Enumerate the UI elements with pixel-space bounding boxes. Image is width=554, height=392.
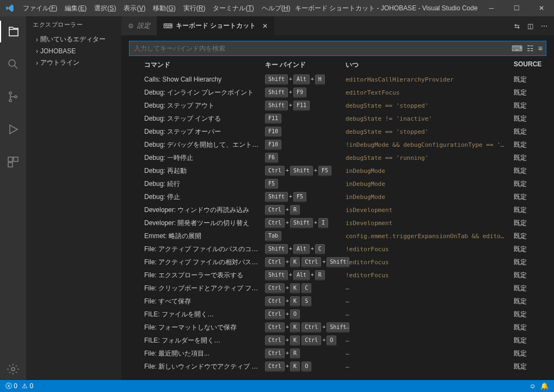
table-row[interactable]: File: すべて保存Ctrl+K S—既定 xyxy=(129,295,546,308)
key-cap: C xyxy=(301,283,311,294)
key-cap: I xyxy=(318,218,328,228)
menu-item[interactable]: 移動(G) xyxy=(150,4,178,13)
menu-item[interactable]: ヘルプ(H) xyxy=(258,4,294,13)
keybinding-cell: Ctrl+K Ctrl+Shift xyxy=(265,257,346,267)
sidebar-item[interactable]: アウトライン xyxy=(26,57,121,69)
keybinding-cell: Ctrl+R xyxy=(265,349,346,359)
sidebar-item[interactable]: 開いているエディター xyxy=(26,33,121,46)
close-button[interactable]: ✕ xyxy=(529,0,554,16)
source-cell: 既定 xyxy=(514,206,546,215)
when-cell: — xyxy=(346,285,514,292)
key-cap: Alt xyxy=(293,244,310,254)
keybinding-cell: Ctrl+O xyxy=(265,309,346,320)
close-tab-icon[interactable]: ✕ xyxy=(262,22,268,30)
keybinding-cell: F10 xyxy=(265,127,346,137)
source-cell: 既定 xyxy=(514,323,546,332)
keybinding-cell: Ctrl+K O xyxy=(265,362,346,372)
command-cell: File: アクティブ ファイルの相対パスをコピー xyxy=(144,258,265,267)
table-header: コマンド キー バインド いつ SOURCE xyxy=(129,56,546,73)
key-cap: S xyxy=(301,296,311,307)
sidebar-item[interactable]: JOHOBASE xyxy=(26,46,121,57)
source-cell: 既定 xyxy=(514,88,546,97)
settings-gear-icon[interactable] xyxy=(0,358,26,380)
key-cap: O xyxy=(290,309,300,320)
table-row[interactable]: Emmet: 略語の展開Tabconfig.emmet.triggerExpan… xyxy=(129,229,546,242)
menu-item[interactable]: 表示(V) xyxy=(120,4,149,13)
minimize-button[interactable]: ─ xyxy=(479,0,504,16)
source-control-icon[interactable] xyxy=(0,86,26,108)
key-cap: F6 xyxy=(265,153,278,163)
record-keys-icon[interactable]: ⌨ xyxy=(512,44,522,53)
explorer-icon[interactable] xyxy=(0,21,26,42)
command-cell: Debug: デバッグを開始して、エントリで... xyxy=(144,140,265,150)
split-editor-icon[interactable]: ◫ xyxy=(527,22,533,30)
table-row[interactable]: Calls: Show Call HierarchyShift+Alt+Hedi… xyxy=(129,73,546,86)
source-cell: 既定 xyxy=(514,362,546,371)
table-row[interactable]: File: アクティブ ファイルのパスのコピーShift+Alt+C!edito… xyxy=(129,242,546,256)
key-cap: Shift xyxy=(265,244,288,254)
menu-item[interactable]: 選択(S) xyxy=(91,4,119,13)
menu-item[interactable]: ターミナル(T) xyxy=(210,4,257,13)
menu-item[interactable]: ファイル(F) xyxy=(20,4,60,13)
table-row[interactable]: Debug: 再起動Ctrl+Shift+F5inDebugMode既定 xyxy=(129,164,546,177)
table-row[interactable]: Debug: ステップ オーバーF10debugState == 'stoppe… xyxy=(129,125,546,138)
table-row[interactable]: FILE: ファイルを開く…Ctrl+O—既定 xyxy=(129,308,546,321)
key-cap: F10 xyxy=(265,127,281,137)
table-row[interactable]: Developer: ウィンドウの再読み込みCtrl+RisDevelopmen… xyxy=(129,203,546,216)
errors-indicator[interactable]: ⓧ 0 xyxy=(5,382,17,391)
table-row[interactable]: File: アクティブ ファイルの相対パスをコピーCtrl+K Ctrl+Shi… xyxy=(129,256,546,269)
command-cell: Debug: 続行 xyxy=(144,179,265,189)
keybinding-cell: F5 xyxy=(265,179,346,189)
command-cell: Debug: ステップ アウト xyxy=(144,101,265,110)
menu-item[interactable]: 実行(R) xyxy=(180,4,209,13)
table-row[interactable]: Debug: ステップ インするF11debugState != 'inacti… xyxy=(129,112,546,125)
key-cap: Ctrl xyxy=(301,322,321,333)
source-cell: 既定 xyxy=(514,101,546,110)
extensions-icon[interactable] xyxy=(0,151,26,173)
key-cap: Shift xyxy=(265,270,288,281)
when-cell: debugState != 'inactive' xyxy=(346,115,514,122)
tab-settings[interactable]: ⚙ 設定 xyxy=(121,16,157,35)
table-row[interactable]: Debug: ステップ アウトShift+F11debugState == 's… xyxy=(129,99,546,112)
keybinding-cell: Ctrl+Shift+F5 xyxy=(265,166,346,176)
table-row[interactable]: File: エクスプローラーで表示するShift+Alt+R!editorFoc… xyxy=(129,269,546,282)
table-row[interactable]: File: 最近開いた項目...Ctrl+R—既定 xyxy=(129,347,546,360)
keybinding-cell: Ctrl+K Ctrl+O xyxy=(265,335,346,346)
activity-bar xyxy=(0,16,26,380)
source-cell: 既定 xyxy=(514,219,546,228)
toggle-list-icon[interactable]: ≡ xyxy=(538,44,543,53)
table-row[interactable]: Debug: 一時停止F6debugState == 'running'既定 xyxy=(129,151,546,164)
keybinding-cell: Shift+F11 xyxy=(265,101,346,111)
more-actions-icon[interactable]: ⋯ xyxy=(541,22,547,30)
table-row[interactable]: File: クリップボードとアクティブ ファイルを...Ctrl+K C—既定 xyxy=(129,282,546,295)
command-cell: Debug: 停止 xyxy=(144,192,265,202)
key-cap: F5 xyxy=(293,192,306,202)
table-row[interactable]: File: フォーマットしないで保存Ctrl+K Ctrl+Shift—既定 xyxy=(129,321,546,334)
keybinding-cell: Ctrl+K C xyxy=(265,283,346,294)
when-cell: isDevelopment xyxy=(346,207,514,214)
maximize-button[interactable]: ☐ xyxy=(504,0,529,16)
feedback-icon[interactable]: ☺ xyxy=(530,382,536,390)
command-cell: File: 最近開いた項目... xyxy=(144,349,265,358)
keybinding-search[interactable]: ⌨ ☷ ≡ xyxy=(129,41,546,56)
menu-item[interactable]: 編集(E) xyxy=(61,4,90,13)
run-debug-icon[interactable] xyxy=(0,119,26,140)
table-row[interactable]: Debug: 停止Shift+F5inDebugMode既定 xyxy=(129,190,546,203)
table-row[interactable]: Developer: 開発者ツールの切り替えCtrl+Shift+IisDeve… xyxy=(129,216,546,229)
command-cell: Debug: ステップ インする xyxy=(144,114,265,123)
tab-keyboard-shortcuts[interactable]: ⌨ キーボード ショートカット ✕ xyxy=(157,16,274,35)
open-json-icon[interactable]: ⇆ xyxy=(514,22,520,30)
search-icon[interactable] xyxy=(0,53,26,75)
warnings-indicator[interactable]: ⚠ 0 xyxy=(22,382,33,390)
bell-icon[interactable]: 🔔 xyxy=(540,382,549,390)
table-row[interactable]: Debug: 続行F5inDebugMode既定 xyxy=(129,177,546,190)
table-row[interactable]: Debug: デバッグを開始して、エントリで...F10!inDebugMode… xyxy=(129,138,546,151)
key-cap: H xyxy=(315,74,325,85)
table-row[interactable]: File: 新しいウィンドウでアクティブ ファイル...Ctrl+K O—既定 xyxy=(129,360,546,373)
table-row[interactable]: FILE: フォルダーを開く…Ctrl+K Ctrl+O—既定 xyxy=(129,334,546,347)
sort-precedence-icon[interactable]: ☷ xyxy=(527,44,534,53)
key-cap: F11 xyxy=(293,101,310,111)
search-input[interactable] xyxy=(134,45,512,52)
table-row[interactable]: Debug: インライン ブレークポイントShift+F9editorTextF… xyxy=(129,86,546,99)
source-cell: 既定 xyxy=(514,192,546,202)
